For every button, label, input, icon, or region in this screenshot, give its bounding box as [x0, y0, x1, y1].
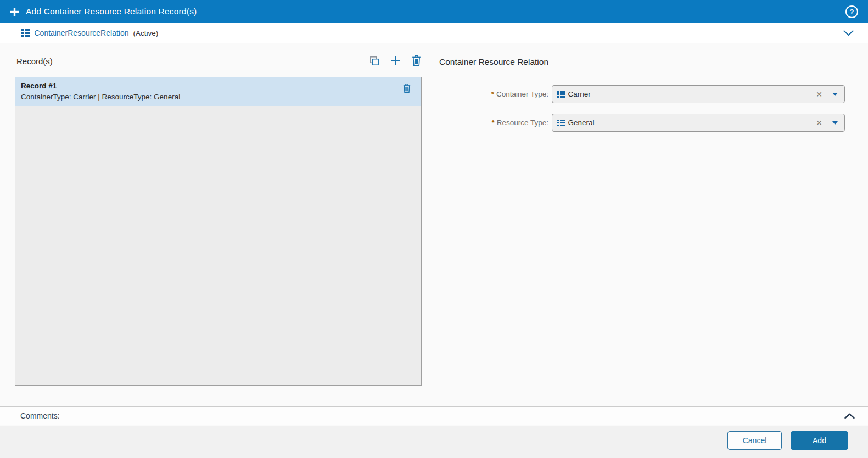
dialog-content: Record(s) Record	[0, 44, 868, 406]
delete-record-icon[interactable]	[411, 55, 422, 66]
table-icon	[21, 29, 30, 37]
add-record-icon[interactable]	[390, 55, 401, 66]
collapse-chevron-down-icon[interactable]	[843, 30, 857, 36]
table-subheader: ContainerResourceRelation (Active)	[0, 23, 868, 43]
records-panel-title: Record(s)	[16, 56, 53, 66]
record-list: Record #1 ContainerType: Carrier | Resou…	[15, 77, 422, 386]
required-marker: *	[491, 90, 494, 98]
table-icon	[557, 120, 565, 126]
clear-icon[interactable]: ✕	[816, 119, 822, 127]
comments-collapse-chevron-up-icon[interactable]	[844, 413, 857, 419]
table-icon	[557, 91, 565, 98]
detail-panel-title: Container Resource Relation	[439, 57, 548, 67]
resource-type-combobox[interactable]: General ✕	[552, 114, 845, 132]
comments-label: Comments:	[20, 411, 60, 420]
container-type-value: Carrier	[568, 90, 816, 98]
records-toolbar	[369, 55, 422, 66]
required-marker: *	[491, 118, 494, 127]
resource-type-label: *Resource Type:	[439, 118, 552, 127]
container-type-combobox[interactable]: Carrier ✕	[552, 85, 845, 103]
delete-item-icon[interactable]	[402, 83, 411, 93]
table-name-link[interactable]: ContainerResourceRelation	[35, 29, 129, 37]
resource-type-value: General	[568, 118, 816, 127]
dropdown-arrow-icon[interactable]	[832, 121, 838, 125]
clear-icon[interactable]: ✕	[816, 91, 822, 98]
field-row-resource-type: *Resource Type: General ✕	[439, 114, 848, 132]
help-icon[interactable]: ?	[845, 5, 858, 18]
table-status: (Active)	[133, 29, 159, 37]
dialog-footer: Cancel Add	[0, 426, 868, 458]
record-list-item[interactable]: Record #1 ContainerType: Carrier | Resou…	[15, 77, 421, 106]
dropdown-arrow-icon[interactable]	[832, 93, 838, 96]
add-plus-icon	[10, 7, 19, 16]
cancel-button[interactable]: Cancel	[727, 431, 782, 450]
field-row-container-type: *Container Type: Carrier ✕	[439, 85, 848, 103]
container-type-label: *Container Type:	[439, 90, 552, 98]
copy-record-icon[interactable]	[369, 55, 380, 66]
record-item-title: Record #1	[21, 81, 415, 92]
record-item-summary: ContainerType: Carrier | ResourceType: G…	[21, 92, 415, 103]
dialog-titlebar: Add Container Resource Relation Record(s…	[0, 0, 868, 23]
add-button[interactable]: Add	[791, 431, 848, 450]
comments-bar: Comments:	[0, 406, 868, 425]
dialog-title: Add Container Resource Relation Record(s…	[26, 7, 197, 16]
